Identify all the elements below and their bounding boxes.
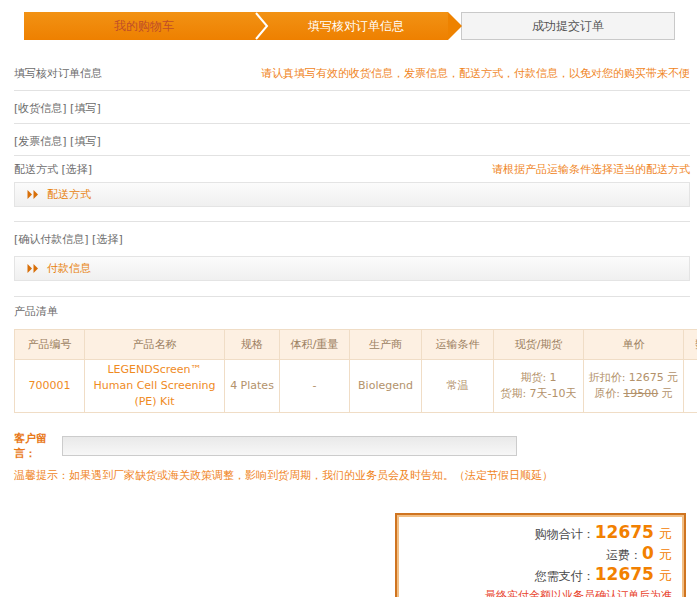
order-summary-box: 购物合计：12675 元 运费：0 元 您需支付：12675 元 最终实付金额以… <box>395 513 686 597</box>
product-name-link[interactable]: LEGENDScreen™ Human Cell Screening (PE) … <box>93 363 215 408</box>
step-fill-order-info: 填写核对订单信息 <box>264 12 448 40</box>
step-submit-success: 成功提交订单 <box>461 12 675 40</box>
customer-message-input[interactable] <box>62 436 517 456</box>
invoice-section: [发票信息] [填写] <box>14 134 101 149</box>
warm-tip-text: 温馨提示：如果遇到厂家缺货或海关政策调整，影响到货周期，我们的业务员会及时告知。… <box>14 468 690 483</box>
product-table-header-row: 产品编号 产品名称 规格 体积/重量 生产商 运输条件 现货/期货 单价 数量 … <box>15 330 697 360</box>
discount-price: 折扣价: 12675 元 <box>586 370 681 386</box>
delivery-section: 配送方式 [选择] <box>14 162 92 177</box>
invoice-label: [发票信息] <box>14 135 67 148</box>
divider <box>14 296 690 297</box>
shipping-fee-value: 0 <box>642 543 654 563</box>
delivery-select-link[interactable]: [选择] <box>62 163 93 176</box>
final-amount-note: 最终实付金额以业务员确认订单后为准 <box>405 588 672 597</box>
subtotal-line: 购物合计：12675 元 <box>405 523 672 544</box>
product-unit-price: 折扣价: 12675 元 原价: 19500 元 <box>584 360 684 413</box>
payment-info-bar-label: 付款信息 <box>47 261 91 276</box>
step-fill-order-info-label: 填写核对订单信息 <box>308 18 404 35</box>
invoice-row: [发票信息] [填写] <box>14 134 690 149</box>
original-price-value: 19500 <box>623 387 658 400</box>
double-right-arrow-icon <box>27 190 40 199</box>
product-stock: 期货: 1 货期: 7天-10天 <box>494 360 584 413</box>
delivery-label: 配送方式 <box>14 163 58 176</box>
product-table: 产品编号 产品名称 规格 体积/重量 生产商 运输条件 现货/期货 单价 数量 … <box>14 329 697 413</box>
product-id: 700001 <box>15 360 85 413</box>
delivery-note: 请根据产品运输条件选择适当的配送方式 <box>492 162 690 177</box>
original-price-unit: 元 <box>658 387 673 400</box>
col-spec: 规格 <box>225 330 280 360</box>
subtotal-unit: 元 <box>659 526 672 541</box>
payment-info-bar[interactable]: 付款信息 <box>14 256 690 281</box>
product-list-title: 产品清单 <box>14 304 58 319</box>
checkout-stepper: 我的购物车 填写核对订单信息 成功提交订单 <box>24 12 675 40</box>
payment-row: [确认付款信息] [选择] <box>14 232 690 247</box>
payment-section: [确认付款信息] [选择] <box>14 232 123 247</box>
stock-leadtime: 货期: 7天-10天 <box>496 386 581 402</box>
col-volume-weight: 体积/重量 <box>280 330 350 360</box>
divider <box>14 90 690 91</box>
shipping-fee-label: 运费： <box>606 548 642 562</box>
col-stock: 现货/期货 <box>494 330 584 360</box>
delivery-method-bar[interactable]: 配送方式 <box>14 182 690 207</box>
order-info-note: 请认真填写有效的收货信息，发票信息，配送方式，付款信息，以免对您的购买带来不便 <box>261 66 690 81</box>
stock-type: 期货: 1 <box>496 370 581 386</box>
subtotal-label: 购物合计： <box>535 527 595 541</box>
receiver-row: [收货信息] [填写] <box>14 101 690 116</box>
customer-message-label: 客户留言： <box>14 431 62 461</box>
payment-select-link[interactable]: [选择] <box>92 233 123 246</box>
checkout-page: 我的购物车 填写核对订单信息 成功提交订单 填写核对订单信息 请认真填写有效的收… <box>0 0 697 597</box>
product-qty: 1 <box>684 360 697 413</box>
col-manufacturer: 生产商 <box>350 330 422 360</box>
product-transport: 常温 <box>422 360 494 413</box>
divider <box>14 221 690 222</box>
delivery-method-bar-label: 配送方式 <box>47 187 91 202</box>
step-submit-success-label: 成功提交订单 <box>532 18 604 35</box>
divider <box>14 123 690 124</box>
receiver-label: [收货信息] <box>14 102 67 115</box>
step-my-cart[interactable]: 我的购物车 <box>24 12 264 40</box>
payable-label: 您需支付： <box>535 569 595 583</box>
col-transport: 运输条件 <box>422 330 494 360</box>
product-volume: - <box>280 360 350 413</box>
shipping-fee-unit: 元 <box>659 547 672 562</box>
original-price-prefix: 原价: <box>594 387 623 400</box>
col-unit-price: 单价 <box>584 330 684 360</box>
customer-message-row: 客户留言： <box>14 431 690 461</box>
step-arrow-icon <box>448 12 462 40</box>
original-price: 原价: 19500 元 <box>586 386 681 402</box>
invoice-fill-link[interactable]: [填写] <box>70 135 101 148</box>
subtotal-value: 12675 <box>595 522 654 542</box>
product-manufacturer: Biolegend <box>350 360 422 413</box>
payable-unit: 元 <box>659 568 672 583</box>
receiver-fill-link[interactable]: [填写] <box>70 102 101 115</box>
chevron-right-icon <box>254 12 270 40</box>
divider <box>14 155 690 156</box>
order-info-header-row: 填写核对订单信息 请认真填写有效的收货信息，发票信息，配送方式，付款信息，以免对… <box>14 66 690 81</box>
payable-line: 您需支付：12675 元 <box>405 565 672 586</box>
shipping-fee-line: 运费：0 元 <box>405 544 672 565</box>
order-info-title: 填写核对订单信息 <box>14 66 102 81</box>
receiver-section: [收货信息] [填写] <box>14 101 101 116</box>
col-product-id: 产品编号 <box>15 330 85 360</box>
product-spec: 4 Plates <box>225 360 280 413</box>
table-row: 700001 LEGENDScreen™ Human Cell Screenin… <box>15 360 697 413</box>
col-product-name: 产品名称 <box>85 330 225 360</box>
payment-label: [确认付款信息] <box>14 233 89 246</box>
product-list-title-row: 产品清单 <box>14 304 690 319</box>
payable-value: 12675 <box>595 564 654 584</box>
summary-area: 购物合计：12675 元 运费：0 元 您需支付：12675 元 最终实付金额以… <box>14 513 690 597</box>
col-qty: 数量 <box>684 330 697 360</box>
double-right-arrow-icon <box>27 264 40 273</box>
delivery-row: 配送方式 [选择] 请根据产品运输条件选择适当的配送方式 <box>14 162 690 177</box>
step-my-cart-label: 我的购物车 <box>114 18 174 35</box>
